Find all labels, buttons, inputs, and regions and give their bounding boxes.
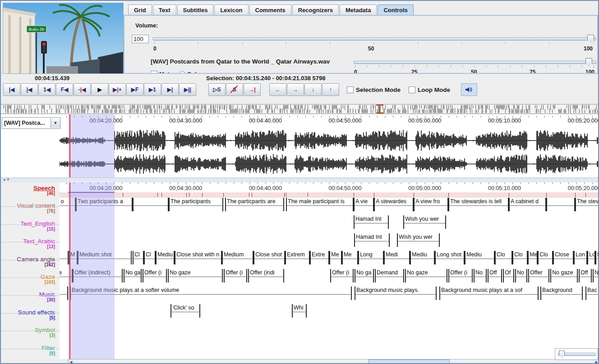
annotation-segment[interactable]: Lon <box>574 251 587 264</box>
annotation-segment[interactable]: Hamad Int <box>354 215 389 229</box>
tab-controls[interactable]: Controls <box>378 5 413 15</box>
annotation-segment[interactable]: Off <box>488 269 502 282</box>
tier-label-subtitl[interactable]: Subtitl <box>38 362 55 364</box>
go-up-button[interactable]: ↑ <box>322 83 339 96</box>
mute-checkbox[interactable] <box>151 71 157 74</box>
annotation-segment[interactable]: Bac <box>585 287 599 300</box>
tab-lexicon[interactable]: Lexicon <box>214 5 248 15</box>
annotation-segment[interactable]: Mediu <box>410 251 435 264</box>
tier-label-camera-angle[interactable]: Camera angle <box>17 256 55 263</box>
tier-label-visual-content[interactable]: Visual content <box>17 202 55 209</box>
annotation-segment[interactable]: Mediu <box>465 251 495 264</box>
annotation-segment[interactable]: Long shot <box>435 251 465 264</box>
frame-left-button[interactable]: F◀ <box>56 83 73 96</box>
annotation-segment[interactable]: rou <box>60 287 68 300</box>
scroll-right-icon[interactable]: ▶ <box>594 359 599 364</box>
annotation-segment[interactable] <box>133 198 169 211</box>
volume-value-field[interactable]: 100 <box>132 35 149 43</box>
tier-label-gaze[interactable]: Gaze <box>41 273 55 280</box>
annotation-segment[interactable]: The participants <box>169 198 223 211</box>
annotation-segment[interactable]: No ga <box>124 269 142 282</box>
annotation-segment[interactable]: Long <box>358 251 384 264</box>
play-selection-button[interactable]: ▷S <box>208 83 226 96</box>
annotation-segment[interactable]: Medi <box>384 251 410 264</box>
annotation-segment[interactable]: No gaze <box>168 269 223 282</box>
annotation-segment[interactable]: Offer <box>528 269 549 282</box>
annotation-segment[interactable]: Offer (i <box>330 269 354 282</box>
play-pause-button[interactable]: ▶ <box>91 83 108 96</box>
annotation-segment[interactable]: Me <box>329 251 342 264</box>
annotation-segment[interactable]: Close shot <box>253 251 285 264</box>
annotation-segment[interactable]: ng <box>60 251 69 264</box>
audio-toggle-button[interactable] <box>461 83 477 96</box>
zoom-slider[interactable] <box>555 348 598 360</box>
tier-label-text-english[interactable]: Text_English <box>20 220 55 227</box>
annotation-segment[interactable]: The stev <box>575 198 599 211</box>
tier-label-speech[interactable]: Speech <box>33 185 55 191</box>
loop-mode-checkbox[interactable] <box>409 86 415 93</box>
chevron-down-icon[interactable]: ▼ <box>51 118 60 128</box>
annotation-segment[interactable] <box>546 198 575 211</box>
crosshair-to-selection-boundary-button[interactable]: →| <box>244 83 261 96</box>
annotation-segment[interactable]: No gaze <box>550 269 578 282</box>
annotation-segment[interactable]: Mediu <box>156 251 175 264</box>
previous-scrollview-button[interactable]: |◀ <box>21 83 38 96</box>
annotation-segment[interactable]: The particpants are <box>225 198 284 211</box>
selection-mode-checkbox[interactable] <box>347 86 354 93</box>
second-left-button[interactable]: 1◀ <box>38 83 55 96</box>
annotation-segment[interactable]: Offer (indi <box>248 269 284 282</box>
annotation-segment[interactable]: No <box>474 269 487 282</box>
annotation-segment[interactable]: The male participant is <box>286 198 354 211</box>
annotation-segment[interactable]: Lo <box>587 251 595 264</box>
annotation-segment[interactable]: A stewardes <box>374 198 414 211</box>
annotation-segment[interactable]: Me <box>342 251 358 264</box>
annotation-segment[interactable]: Medium <box>222 251 253 264</box>
annotation-segment[interactable]: Offer (i <box>224 269 247 282</box>
frame-right-button[interactable]: ▶F <box>126 83 143 96</box>
annotation-segment[interactable]: No ga <box>355 269 374 282</box>
go-left-button[interactable]: ← <box>269 83 286 96</box>
annotation-density-overview[interactable] <box>1 104 599 114</box>
timeline-viewer[interactable]: 00:04:20.00000:04:30.00000:04:40.00000:0… <box>1 182 599 359</box>
master-volume-slider[interactable] <box>153 37 596 41</box>
pixel-left-button[interactable]: -|◀ <box>74 83 91 96</box>
annotation-segment[interactable]: A view fro <box>414 198 448 211</box>
tab-grid[interactable]: Grid <box>128 5 152 15</box>
tab-recognizers[interactable]: Recognizers <box>292 5 339 15</box>
annotation-segment[interactable]: Whi <box>292 304 307 318</box>
annotation-segment[interactable]: Clo <box>538 251 553 264</box>
annotation-segment[interactable]: Wish you wer <box>403 215 446 229</box>
go-down-button[interactable]: ↓ <box>304 83 322 96</box>
annotation-segment[interactable]: Background <box>540 287 583 300</box>
tab-subtitles[interactable]: Subtitles <box>177 5 214 15</box>
tier-label-music[interactable]: Music <box>39 291 55 298</box>
wav-volume-slider[interactable] <box>354 61 596 64</box>
second-right-button[interactable]: ▶1 <box>144 83 161 96</box>
go-to-begin-button[interactable]: |◀ <box>3 83 20 96</box>
annotation-segment[interactable]: Cl <box>144 251 156 264</box>
annotation-segment[interactable]: The stewardes is tell <box>448 198 509 211</box>
annotation-segment[interactable]: Me <box>528 251 538 264</box>
tier-label-symbol[interactable]: Symbol <box>35 327 55 333</box>
waveform-source-dropdown[interactable]: [WAV] Postca... ▼ <box>2 117 60 129</box>
waveform-viewer[interactable]: [WAV] Postca... ▼ 00:04:20.00000:04:30.0… <box>1 114 599 177</box>
annotation-segment[interactable]: Close shot with n <box>175 251 222 264</box>
annotation-segment[interactable]: Wish you wer <box>397 233 440 247</box>
annotation-segment[interactable]: Hamad Int <box>354 233 390 247</box>
annotation-segment[interactable]: Clo <box>495 251 512 264</box>
divider-collapse-icons[interactable]: ▲▼ <box>3 177 10 182</box>
zoom-slider-thumb[interactable] <box>559 350 565 358</box>
annotation-segment[interactable]: Close <box>553 251 574 264</box>
annotation-segment[interactable]: Off <box>579 269 592 282</box>
horizontal-scrollbar[interactable]: ◀ ▶ <box>68 359 599 364</box>
next-scrollview-button[interactable]: ▶| <box>161 83 179 96</box>
annotation-segment[interactable]: Extrem <box>285 251 310 264</box>
tab-comments[interactable]: Comments <box>249 5 291 15</box>
annotation-segment[interactable]: Background music plays. <box>355 287 437 300</box>
annotation-segment[interactable]: Demand <box>375 269 404 282</box>
annotation-segment[interactable]: Cl <box>133 251 144 264</box>
tier-label-text-arabic[interactable]: Text_Arabic <box>23 238 55 245</box>
annotation-segment[interactable]: Extre <box>310 251 329 264</box>
annotation-segment[interactable]: Me <box>595 251 599 264</box>
go-right-button[interactable]: → <box>287 83 304 96</box>
